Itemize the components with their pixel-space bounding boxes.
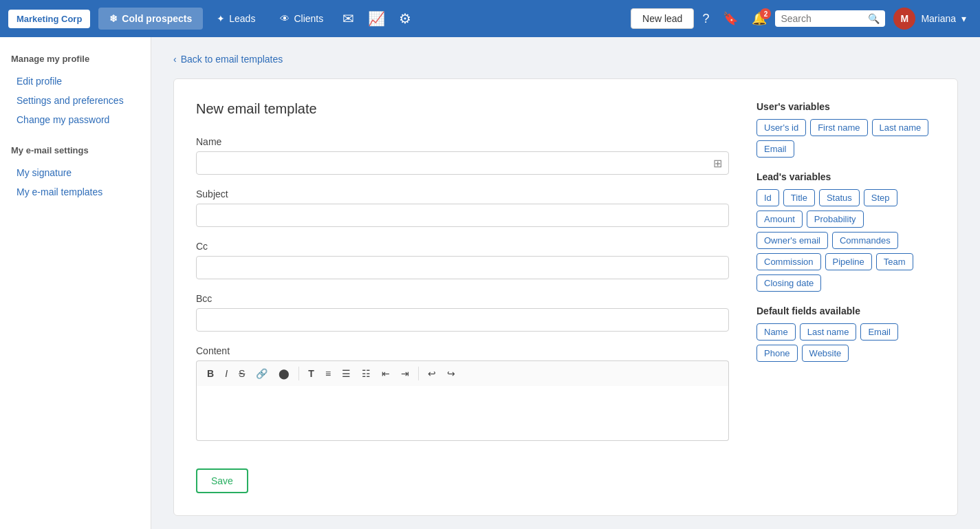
unordered-list-button[interactable]: ☰ <box>337 365 356 382</box>
variables-panel: User's variables User's idFirst nameLast… <box>756 101 935 493</box>
content-label: Content <box>196 345 729 356</box>
highlight-button[interactable]: ⬤ <box>274 365 294 382</box>
subject-group: Subject <box>196 188 729 227</box>
brand-logo: Marketing Corp <box>8 10 90 28</box>
strikethrough-button[interactable]: S <box>234 365 250 382</box>
copy-icon: ⊞ <box>713 157 722 170</box>
leads-variables-title: Lead's variables <box>756 171 935 182</box>
user-menu[interactable]: M Mariana ▾ <box>888 5 972 32</box>
variable-tag[interactable]: Probability <box>807 210 864 228</box>
default-fields-title: Default fields available <box>756 305 935 316</box>
nav-clients[interactable]: 👁 Clients <box>269 8 334 30</box>
email-template-form: New email template Name ⊞ Subject Cc <box>196 101 729 493</box>
ordered-list-button[interactable]: ☷ <box>357 365 375 382</box>
users-variables-section: User's variables User's idFirst nameLast… <box>756 101 935 158</box>
sidebar-section-email: My e-mail settings My signature My e-mai… <box>11 145 140 201</box>
sidebar-item-settings[interactable]: Settings and preferences <box>11 91 140 109</box>
email-nav-icon[interactable]: ✉ <box>337 6 360 31</box>
sidebar-section-profile: Manage my profile Edit profile Settings … <box>11 54 140 129</box>
variable-tag[interactable]: Phone <box>756 345 798 362</box>
notifications-icon[interactable]: 🔔 2 <box>746 7 772 30</box>
bcc-input[interactable] <box>196 308 729 332</box>
variable-tag[interactable]: Status <box>819 189 860 206</box>
editor-toolbar: B I S 🔗 ⬤ T ≡ ☰ ☷ ⇤ ⇥ ↩ ↪ <box>196 360 729 386</box>
align-button[interactable]: ≡ <box>320 365 336 382</box>
variable-tag[interactable]: Id <box>756 189 779 206</box>
bcc-label: Bcc <box>196 293 729 304</box>
avatar: M <box>893 8 915 30</box>
nav-leads-label: Leads <box>229 13 255 24</box>
variable-tag[interactable]: Commandes <box>832 232 898 249</box>
search-input[interactable] <box>781 13 864 24</box>
sidebar-item-change-password[interactable]: Change my password <box>11 111 140 129</box>
search-box[interactable]: 🔍 <box>775 10 885 27</box>
variable-tag[interactable]: Team <box>876 253 913 270</box>
variable-tag[interactable]: Last name <box>872 119 929 136</box>
indent-left-button[interactable]: ⇤ <box>377 365 395 382</box>
variable-tag[interactable]: Owner's email <box>756 232 828 249</box>
nav-cold-prospects[interactable]: ❄ Cold prospects <box>98 8 203 30</box>
link-button[interactable]: 🔗 <box>251 365 272 382</box>
sidebar-item-my-signature[interactable]: My signature <box>11 164 140 182</box>
leads-variables-tags: IdTitleStatusStepAmountProbabilityOwner'… <box>756 189 935 292</box>
name-input-wrap: ⊞ <box>196 151 729 175</box>
name-group: Name ⊞ <box>196 136 729 175</box>
nav-leads[interactable]: ✦ Leads <box>206 8 266 30</box>
variable-tag[interactable]: User's id <box>756 119 806 136</box>
sidebar-item-my-email-templates[interactable]: My e-mail templates <box>11 183 140 201</box>
chart-nav-icon[interactable]: 📈 <box>362 6 391 31</box>
help-icon[interactable]: ? <box>697 8 715 30</box>
leads-icon: ✦ <box>217 13 225 24</box>
subject-label: Subject <box>196 188 729 199</box>
back-link[interactable]: ‹ Back to email templates <box>173 54 958 65</box>
search-icon: 🔍 <box>868 13 880 24</box>
cc-input[interactable] <box>196 256 729 279</box>
form-title: New email template <box>196 101 729 117</box>
form-card: New email template Name ⊞ Subject Cc <box>173 78 958 516</box>
bookmark-icon[interactable]: 🔖 <box>717 7 743 30</box>
indent-right-button[interactable]: ⇥ <box>396 365 414 382</box>
new-lead-button[interactable]: New lead <box>631 8 694 29</box>
variable-tag[interactable]: Email <box>860 323 898 341</box>
variable-tag[interactable]: Step <box>864 189 897 206</box>
settings-nav-icon[interactable]: ⚙ <box>393 6 417 31</box>
sidebar: Manage my profile Edit profile Settings … <box>0 37 151 529</box>
main-content: ‹ Back to email templates New email temp… <box>151 37 980 529</box>
name-label: Name <box>196 136 729 147</box>
variable-tag[interactable]: First name <box>810 119 867 136</box>
variable-tag[interactable]: Commission <box>756 253 821 270</box>
users-variables-title: User's variables <box>756 101 935 112</box>
redo-button[interactable]: ↪ <box>442 365 460 382</box>
variable-tag[interactable]: Closing date <box>756 274 821 292</box>
nav-clients-label: Clients <box>294 13 323 24</box>
italic-button[interactable]: I <box>220 365 232 382</box>
default-fields-tags: NameLast nameEmailPhoneWebsite <box>756 323 935 362</box>
sidebar-section-profile-title: Manage my profile <box>11 54 140 64</box>
top-nav: Marketing Corp ❄ Cold prospects ✦ Leads … <box>0 0 980 37</box>
users-variables-tags: User's idFirst nameLast nameEmail <box>756 119 935 158</box>
undo-button[interactable]: ↩ <box>423 365 441 382</box>
variable-tag[interactable]: Title <box>783 189 815 206</box>
variable-tag[interactable]: Website <box>802 345 849 362</box>
variable-tag[interactable]: Name <box>756 323 796 341</box>
nav-cold-prospects-label: Cold prospects <box>122 13 192 24</box>
save-button[interactable]: Save <box>196 468 248 493</box>
subject-input[interactable] <box>196 204 729 227</box>
bold-button[interactable]: B <box>202 365 219 382</box>
content-group: Content B I S 🔗 ⬤ T ≡ ☰ ☷ ⇤ ⇥ <box>196 345 729 441</box>
variable-tag[interactable]: Last name <box>800 323 857 341</box>
variable-tag[interactable]: Amount <box>756 210 803 228</box>
default-fields-section: Default fields available NameLast nameEm… <box>756 305 935 362</box>
content-editor[interactable] <box>196 386 729 441</box>
chevron-down-icon: ▾ <box>961 13 966 24</box>
heading-button[interactable]: T <box>303 365 319 382</box>
sidebar-item-edit-profile[interactable]: Edit profile <box>11 72 140 90</box>
name-input[interactable] <box>196 151 729 175</box>
clients-icon: 👁 <box>280 13 290 24</box>
user-name: Mariana <box>921 13 956 24</box>
cc-group: Cc <box>196 241 729 279</box>
notifications-badge: 2 <box>760 8 771 19</box>
cc-label: Cc <box>196 241 729 252</box>
variable-tag[interactable]: Email <box>756 140 794 158</box>
variable-tag[interactable]: Pipeline <box>825 253 872 270</box>
